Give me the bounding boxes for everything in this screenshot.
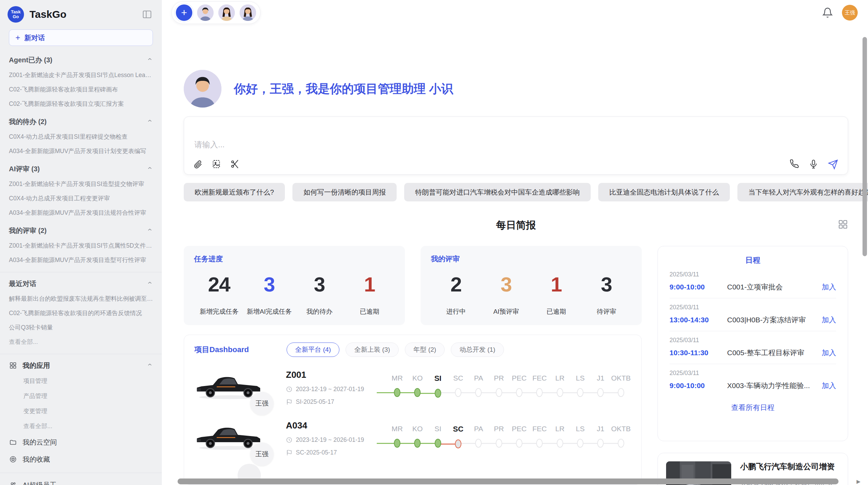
suggestion-chip[interactable]: 比亚迪全固态电池计划具体说了什么 <box>598 183 730 201</box>
event-row: 9:00-10:00C001-立项审批会加入 <box>670 282 836 292</box>
app-sub-item[interactable]: 项目管理 <box>9 373 153 388</box>
recent-conversation-item[interactable]: C02-飞腾新能源轻客改款项目的闭环通告反馈情况 <box>9 306 153 320</box>
event-join-link[interactable]: 加入 <box>822 282 836 292</box>
sidebar-section-header[interactable]: AI评审 (3) <box>9 161 153 177</box>
sidebar-item[interactable]: A034-全新新能源MUV产品开发项目计划变更表编写 <box>9 144 153 158</box>
agent-avatar[interactable] <box>240 4 256 21</box>
send-icon[interactable] <box>828 159 837 169</box>
milestone-label: J1 <box>597 374 604 382</box>
dashboard-tab[interactable]: 全新平台 (4) <box>287 343 340 357</box>
view-all-schedule-link[interactable]: 查看所有日程 <box>670 403 836 412</box>
milestone-dot <box>455 439 461 448</box>
stat-value: 1 <box>345 273 395 296</box>
topbar-right: 王强 <box>822 5 858 21</box>
milestone-pa: PA <box>468 425 489 449</box>
project-owner-badge: 王强 <box>250 392 274 415</box>
sidebar-scroll[interactable]: Agent已办 (3)Z001-全新燃油皮卡产品开发项目SI节点Lesson L… <box>0 49 162 485</box>
scissors-icon[interactable] <box>230 159 240 169</box>
project-info: Z0012023-12-19 ~ 2027-01-19SI-2025-05-17 <box>286 370 377 406</box>
sidebar-footer-item[interactable]: AI超级员工 <box>9 476 153 485</box>
attachment-icon[interactable] <box>193 159 203 169</box>
recent-view-all[interactable]: 查看全部... <box>9 335 153 349</box>
event-join-link[interactable]: 加入 <box>822 381 836 390</box>
stats-card: 任务进度24新增完成任务3新增AI完成任务3我的待办1已逾期 <box>184 246 405 325</box>
clock-icon <box>286 437 292 443</box>
sidebar-item[interactable]: A034-全新新能源MUV产品开发项目造型可行性评审 <box>9 253 153 267</box>
milestone-label: MR <box>391 374 403 382</box>
stat-label: 待评审 <box>581 307 631 316</box>
recent-conversation-item[interactable]: 公司Q3轻卡销量 <box>9 320 153 335</box>
milestone-dot <box>394 388 400 397</box>
agent-avatar[interactable] <box>197 4 214 21</box>
event-join-link[interactable]: 加入 <box>822 315 836 325</box>
app-sub-item[interactable]: 变更管理 <box>9 403 153 419</box>
suggestion-chip[interactable]: 特朗普可能对进口汽车增税会对中国车企造成哪些影响 <box>404 183 591 201</box>
project-code[interactable]: A034 <box>286 420 377 431</box>
user-avatar[interactable]: 王强 <box>842 5 858 21</box>
dashboard-tab[interactable]: 动总开发 (1) <box>451 343 504 357</box>
recent-section-header[interactable]: 最近对话 <box>9 276 153 291</box>
microphone-icon[interactable] <box>809 159 818 169</box>
stat-cell: 3新增AI完成任务 <box>244 273 294 316</box>
sidebar-item-cloud-space[interactable]: 我的云空间 <box>9 434 153 451</box>
project-dashboard-card: 项目Dashboard 全新平台 (4)全新上装 (3)年型 (2)动总开发 (… <box>184 335 642 485</box>
new-chat-button[interactable]: + 新对话 <box>9 29 153 46</box>
sidebar-item[interactable]: C02-飞腾新能源轻客改款项目里程碑画布 <box>9 82 153 97</box>
sidebar-item[interactable]: Z001-全新燃油皮卡产品开发项目SI节点Lesson Learn报告 <box>9 68 153 82</box>
briefing-right-column: 日程 2025/03/119:00-10:00C001-立项审批会加入2025/… <box>658 246 848 485</box>
milestone-label: PEC <box>512 374 527 382</box>
sidebar-item[interactable]: C0X4-动力总成开发项目SI里程碑提交物检查 <box>9 129 153 144</box>
image-icon[interactable] <box>212 159 221 169</box>
project-dates-text: 2023-12-19 ~ 2027-01-19 <box>296 386 364 393</box>
collapse-sidebar-icon[interactable] <box>141 9 153 20</box>
project-code[interactable]: Z001 <box>286 370 377 380</box>
schedule-event: 2025/03/1110:30-11:30C005-整车工程目标评审加入 <box>670 331 836 364</box>
stat-cell: 1已逾期 <box>531 273 581 316</box>
suggestion-chip[interactable]: 如何写一份清晰的项目周报 <box>292 183 397 201</box>
sidebar-item[interactable]: A034-全新新能源MUV产品开发项目法规符合性评审 <box>9 206 153 220</box>
sidebar-item[interactable]: C0X4-动力总成开发项目工程变更评审 <box>9 191 153 206</box>
app-sub-item[interactable]: 产品管理 <box>9 388 153 403</box>
project-vehicle-image: 王强 <box>194 367 268 408</box>
divider <box>0 354 162 354</box>
chevron-up-icon <box>147 118 153 126</box>
sidebar-section-header[interactable]: 我的评审 (2) <box>9 223 153 238</box>
people-icon <box>9 481 17 485</box>
task-sections: Agent已办 (3)Z001-全新燃油皮卡产品开发项目SI节点Lesson L… <box>9 52 153 267</box>
apps-view-all[interactable]: 查看全部... <box>9 419 153 434</box>
phone-call-icon[interactable] <box>789 159 799 169</box>
chat-input-box[interactable]: 请输入... <box>184 116 848 175</box>
milestone-label: PR <box>494 425 504 433</box>
milestone-pr: PR <box>489 374 509 398</box>
stat-value: 3 <box>481 273 531 296</box>
sidebar-section-header[interactable]: Agent已办 (3) <box>9 52 153 68</box>
my-apps-header[interactable]: 我的应用 <box>9 358 153 373</box>
dashboard-tab[interactable]: 年型 (2) <box>405 343 445 357</box>
horizontal-scrollbar-thumb[interactable] <box>178 478 839 484</box>
recent-conversation-item[interactable]: 解释最新出台的欧盟报废车法规再生塑料比例被调至15%... <box>9 291 153 306</box>
dashboard-tab[interactable]: 全新上装 (3) <box>346 343 399 357</box>
milestone-dot <box>496 439 502 448</box>
sidebar-item[interactable]: Z001-全新燃油轻卡产品开发项目SI造型提交物评审 <box>9 177 153 191</box>
horizontal-scrollbar[interactable]: ▶ <box>178 478 852 484</box>
sidebar-section-header[interactable]: 我的待办 (2) <box>9 114 153 129</box>
suggestion-chip[interactable]: 欧洲新规最近颁布了什么? <box>184 183 285 201</box>
stat-label: 已逾期 <box>345 307 395 316</box>
stat-cell: 24新增完成任务 <box>194 273 244 316</box>
dashboard-header: 项目Dashboard 全新平台 (4)全新上装 (3)年型 (2)动总开发 (… <box>194 343 631 357</box>
scrollbar-right-arrow[interactable]: ▶ <box>856 478 860 484</box>
milestone-label: FEC <box>532 374 547 382</box>
vertical-scrollbar-thumb[interactable] <box>863 37 867 256</box>
agent-avatar[interactable] <box>218 4 235 21</box>
sidebar-item[interactable]: C02-飞腾新能源轻客改款项目立项汇报方案 <box>9 97 153 111</box>
suggestion-chip[interactable]: 当下年轻人对汽车外观有怎样的喜好趋势 <box>737 183 868 201</box>
sidebar-item-favorites[interactable]: 我的收藏 <box>9 451 153 468</box>
event-name: C003|H0B-方案冻结评审 <box>727 315 816 325</box>
milestone-oktb: OKTB <box>611 425 631 449</box>
milestone-label: MR <box>391 425 403 433</box>
layout-grid-icon[interactable] <box>838 219 848 229</box>
sidebar-item[interactable]: Z001-全新燃油轻卡产品开发项目SI节点属性5D文件评审 <box>9 238 153 253</box>
event-join-link[interactable]: 加入 <box>822 348 836 358</box>
notification-bell-icon[interactable] <box>822 7 833 18</box>
add-agent-button[interactable]: + <box>176 4 192 21</box>
